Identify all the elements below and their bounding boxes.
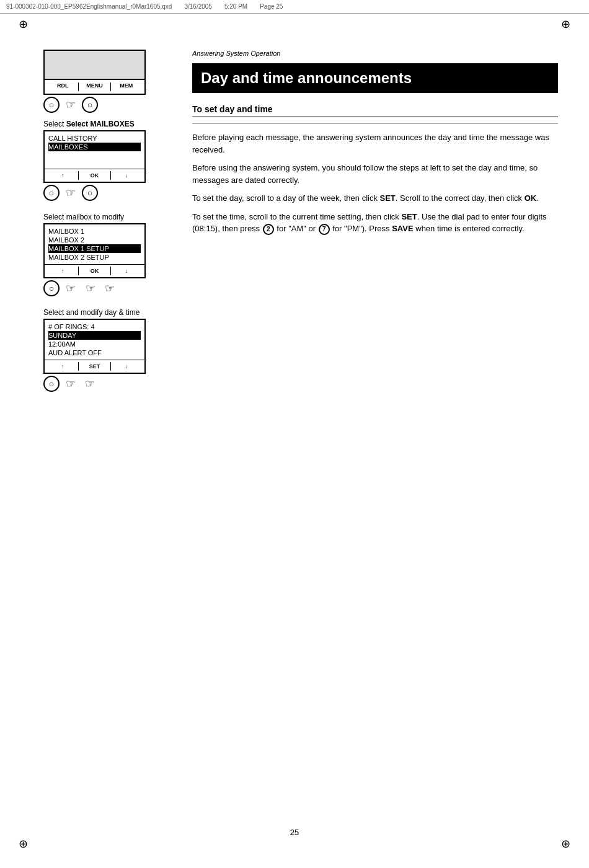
hand-three-1: ☞ ☞ bbox=[82, 280, 118, 297]
am-key-icon: 2 bbox=[263, 224, 274, 235]
set-label-2: SET bbox=[401, 212, 417, 221]
step2-screen-content: MAILBOX 1 MAILBOX 2 MAILBOX 1 SETUP MAIL… bbox=[45, 224, 144, 264]
hand-circle-2: ○ bbox=[82, 97, 98, 113]
header-time: 5:20 PM bbox=[224, 3, 247, 10]
step1-block: RDL MENU MEM ○ ☞ ○ Select Select MAILBOX… bbox=[43, 50, 167, 202]
hand-circle-1: ○ bbox=[43, 97, 60, 113]
hand-finger-7: ☞ bbox=[81, 375, 99, 392]
step2-btn-ok: OK bbox=[80, 268, 108, 274]
screen-row-sunday: SUNDAY bbox=[48, 331, 141, 340]
screen-row-rings: # OF RINGS: 4 bbox=[48, 322, 141, 331]
top-device-screen bbox=[45, 51, 144, 79]
hand-circle-4: ○ bbox=[82, 185, 98, 201]
step2-hands: ○ ☞ ☞ ☞ bbox=[43, 280, 167, 297]
step3-block: Select and modify day & time # OF RINGS:… bbox=[43, 308, 167, 392]
subsection-title: To set day and time bbox=[192, 104, 558, 117]
save-label: SAVE bbox=[392, 224, 413, 233]
pm-key-icon: 7 bbox=[319, 224, 330, 235]
step2-block: Select mailbox to modify MAILBOX 1 MAILB… bbox=[43, 213, 167, 297]
step1-hands: ○ ☞ ○ bbox=[43, 96, 167, 113]
hand-circle-6: ○ bbox=[43, 376, 60, 392]
page-number: 25 bbox=[290, 828, 299, 837]
btn-rdl: RDL bbox=[48, 82, 77, 91]
header-text: 91-000302-010-000_EP5962Englishmanual_r0… bbox=[6, 3, 172, 10]
hand-circle-3: ○ bbox=[43, 185, 60, 201]
title-box: Day and time announcements bbox=[192, 63, 558, 93]
screen-row-call-history: CALL HISTORY bbox=[48, 134, 141, 143]
step2-btn-div2 bbox=[110, 267, 111, 275]
screen-row-mailbox1-setup: MAILBOX 1 SETUP bbox=[48, 244, 141, 253]
step3-hands: ○ ☞ ☞ bbox=[43, 375, 167, 392]
hand-finger-2: ☞ bbox=[62, 184, 79, 202]
top-device-buttons: RDL MENU MEM bbox=[45, 79, 144, 94]
paragraph-4: To set the time, scroll to the current t… bbox=[192, 211, 558, 235]
hand-finger-3: ☞ bbox=[62, 280, 79, 297]
top-device: RDL MENU MEM bbox=[43, 50, 146, 95]
step2-btn-up: ↑ bbox=[48, 268, 77, 274]
step2-screen: MAILBOX 1 MAILBOX 2 MAILBOX 1 SETUP MAIL… bbox=[43, 223, 146, 278]
section-label: Answering System Operation bbox=[192, 50, 558, 57]
ok-label: OK bbox=[525, 193, 537, 203]
step2-screen-buttons: ↑ OK ↓ bbox=[45, 264, 144, 277]
step3-caption: Select and modify day & time bbox=[43, 308, 167, 317]
set-label-1: SET bbox=[380, 193, 396, 203]
page-title: Day and time announcements bbox=[201, 69, 549, 87]
screen-row-mailbox2: MAILBOX 2 bbox=[48, 236, 141, 244]
paragraph-3: To set the day, scroll to a day of the w… bbox=[192, 192, 558, 205]
reg-mark-tr: ⊕ bbox=[561, 19, 570, 30]
right-column: Answering System Operation Day and time … bbox=[192, 50, 558, 241]
hand-three-2: ☞ ☞ bbox=[62, 375, 99, 392]
step3-btn-set: SET bbox=[80, 363, 108, 370]
step1-btn-div2 bbox=[110, 171, 111, 180]
screen-row-mailbox1: MAILBOX 1 bbox=[48, 227, 141, 236]
step3-screen: # OF RINGS: 4 SUNDAY 12:00AM AUD ALERT O… bbox=[43, 319, 146, 374]
paragraph-2: Before using the answering system, you s… bbox=[192, 162, 558, 186]
btn-mem: MEM bbox=[112, 82, 141, 91]
btn-divider-1 bbox=[78, 82, 79, 91]
step1-screen-buttons: ↑ OK ↓ bbox=[45, 169, 144, 182]
step3-screen-content: # OF RINGS: 4 SUNDAY 12:00AM AUD ALERT O… bbox=[45, 320, 144, 360]
step2-btn-div1 bbox=[78, 267, 79, 275]
step1-hands-2: ○ ☞ ○ bbox=[43, 184, 167, 202]
screen-row-time: 12:00AM bbox=[48, 340, 141, 348]
paragraph-1: Before playing each message, the answeri… bbox=[192, 131, 558, 156]
header-bar: 91-000302-010-000_EP5962Englishmanual_r0… bbox=[0, 0, 589, 14]
hand-circle-5: ○ bbox=[43, 280, 60, 296]
step1-screen-content: CALL HISTORY MAILBOXES bbox=[45, 131, 144, 169]
step1-caption: Select Select MAILBOXES bbox=[43, 120, 167, 128]
step1-screen: CALL HISTORY MAILBOXES ↑ OK ↓ bbox=[43, 130, 146, 183]
step3-screen-buttons: ↑ SET ↓ bbox=[45, 360, 144, 373]
btn-menu: MENU bbox=[80, 82, 108, 91]
step1-btn-up: ↑ bbox=[48, 172, 77, 179]
step1-btn-div1 bbox=[78, 171, 79, 180]
step2-btn-down: ↓ bbox=[112, 268, 141, 274]
hand-finger-6: ☞ bbox=[62, 375, 79, 392]
step3-btn-div1 bbox=[78, 362, 79, 371]
btn-divider-2 bbox=[110, 82, 111, 91]
header-date: 3/16/2005 bbox=[184, 3, 212, 10]
separator-line bbox=[192, 123, 558, 124]
step1-btn-ok: OK bbox=[80, 172, 108, 179]
reg-mark-bl: ⊕ bbox=[19, 838, 28, 849]
screen-row-mailboxes: MAILBOXES bbox=[48, 143, 141, 151]
header-page: Page 25 bbox=[260, 3, 283, 10]
step3-btn-div2 bbox=[110, 362, 111, 371]
hand-finger-1: ☞ bbox=[62, 96, 79, 113]
step2-caption: Select mailbox to modify bbox=[43, 213, 167, 221]
step1-btn-down: ↓ bbox=[112, 172, 141, 179]
reg-mark-tl: ⊕ bbox=[19, 19, 28, 30]
left-column: RDL MENU MEM ○ ☞ ○ Select Select MAILBOX… bbox=[43, 50, 167, 404]
step3-btn-up: ↑ bbox=[48, 363, 77, 370]
hand-finger-4: ☞ bbox=[82, 280, 99, 297]
screen-row-mailbox2-setup: MAILBOX 2 SETUP bbox=[48, 253, 141, 262]
step3-btn-down: ↓ bbox=[112, 363, 141, 370]
hand-finger-5: ☞ bbox=[101, 280, 118, 297]
screen-row-aud-alert: AUD ALERT OFF bbox=[48, 348, 141, 357]
reg-mark-br: ⊕ bbox=[561, 838, 570, 849]
